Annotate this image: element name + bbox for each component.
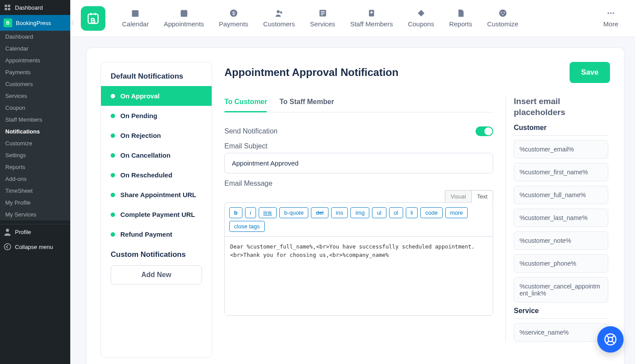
- main-panel: Default Notifications On Approval On Pen…: [86, 47, 624, 364]
- brand-logo: [81, 6, 105, 31]
- placeholder-customer-note[interactable]: %customer_note%: [514, 231, 608, 250]
- payments-icon: $: [229, 9, 238, 18]
- editor-tab-text[interactable]: Text: [471, 190, 493, 203]
- status-dot: [111, 114, 115, 118]
- wp-sub-appointments[interactable]: Appointments: [0, 54, 70, 66]
- svg-point-17: [613, 12, 614, 14]
- notif-on-rejection[interactable]: On Rejection: [101, 126, 212, 145]
- notif-on-approval[interactable]: On Approval: [101, 86, 212, 106]
- wp-dashboard-link[interactable]: Dashboard: [0, 0, 70, 15]
- wp-sub-staff[interactable]: Staff Members: [0, 114, 70, 126]
- nav-appointments[interactable]: Appointments: [158, 6, 210, 30]
- toolbar-italic-button[interactable]: i: [245, 207, 256, 218]
- placeholder-customer-phone[interactable]: %customer_phone%: [514, 254, 608, 273]
- status-dot: [111, 193, 115, 197]
- notif-item-label: On Approval: [120, 92, 159, 100]
- notif-share-url[interactable]: Share Appointment URL: [101, 185, 212, 205]
- wp-profile-link[interactable]: Profile: [0, 224, 70, 239]
- nav-more-label: More: [603, 20, 618, 28]
- editor-tab-visual[interactable]: Visual: [445, 190, 471, 203]
- nav-customize[interactable]: Customize: [481, 6, 524, 30]
- notif-on-rescheduled[interactable]: On Rescheduled: [101, 165, 212, 185]
- appointments-icon: [180, 9, 188, 18]
- help-fab[interactable]: [597, 326, 624, 353]
- nav-services-label: Services: [310, 20, 336, 28]
- email-body-textarea[interactable]: [225, 236, 493, 315]
- nav-customize-label: Customize: [487, 20, 518, 28]
- svg-point-11: [499, 10, 506, 17]
- tab-to-staff[interactable]: To Staff Member: [279, 96, 334, 112]
- toolbar-del-button[interactable]: del: [311, 207, 328, 218]
- nav-coupons[interactable]: Coupons: [402, 6, 440, 30]
- placeholder-customer-first-name[interactable]: %customer_first_name%: [514, 163, 608, 181]
- svg-rect-3: [180, 10, 187, 17]
- email-subject-label: Email Subject: [224, 142, 493, 150]
- notif-complete-payment-url[interactable]: Complete Payment URL: [101, 205, 212, 224]
- notif-item-label: Refund Payment: [120, 231, 172, 238]
- email-subject-input[interactable]: [224, 153, 493, 173]
- customers-icon: [275, 9, 284, 18]
- nav-reports[interactable]: Reports: [443, 6, 479, 30]
- placeholder-customer-cancel-link[interactable]: %customer_cancel_appointment_link%: [514, 277, 608, 303]
- notif-refund-payment[interactable]: Refund Payment: [101, 224, 212, 244]
- wp-sub-myservices[interactable]: My Services: [0, 209, 70, 220]
- toolbar-ul-button[interactable]: ul: [372, 207, 386, 218]
- status-dot: [111, 232, 115, 237]
- notif-on-cancellation[interactable]: On Cancellation: [101, 145, 212, 165]
- wp-collapse-link[interactable]: Collapse menu: [0, 239, 70, 254]
- toolbar-img-button[interactable]: img: [350, 207, 369, 218]
- nav-calendar[interactable]: Calendar: [116, 6, 155, 30]
- tab-to-customer[interactable]: To Customer: [224, 96, 267, 112]
- add-new-button[interactable]: Add New: [111, 265, 202, 285]
- svg-point-13: [504, 12, 505, 13]
- placeholder-customer-last-name[interactable]: %customer_last_name%: [514, 209, 608, 227]
- calendar-icon: [131, 9, 140, 18]
- nav-services[interactable]: Services: [304, 6, 342, 30]
- wp-sub-customers[interactable]: Customers: [0, 78, 70, 90]
- wp-sub-myprofile[interactable]: My Profile: [0, 197, 70, 209]
- wp-sub-reports[interactable]: Reports: [0, 161, 70, 173]
- toolbar-code-button[interactable]: code: [420, 207, 442, 218]
- wp-sub-dashboard[interactable]: Dashboard: [0, 31, 70, 43]
- wp-sub-calendar[interactable]: Calendar: [0, 43, 70, 54]
- toolbar-ol-button[interactable]: ol: [389, 207, 403, 218]
- wp-sub-notifications[interactable]: Notifications: [0, 126, 70, 137]
- placeholders-panel[interactable]: Insert email placeholders Customer %cust…: [505, 96, 610, 342]
- toolbar-li-button[interactable]: li: [406, 207, 418, 218]
- toolbar-more-button[interactable]: more: [445, 207, 468, 218]
- placeholder-service-name[interactable]: %service_name%: [514, 323, 608, 342]
- nav-customers[interactable]: Customers: [257, 6, 301, 30]
- toolbar-closetags-button[interactable]: close tags: [229, 221, 265, 232]
- notif-on-pending[interactable]: On Pending: [101, 106, 212, 126]
- wp-sub-addons[interactable]: Add-ons: [0, 173, 70, 185]
- placeholder-section-customer: Customer: [514, 124, 608, 136]
- toolbar-bold-button[interactable]: b: [229, 207, 242, 218]
- wp-sub-customize[interactable]: Customize: [0, 137, 70, 149]
- notification-list: Default Notifications On Approval On Pen…: [101, 62, 212, 358]
- placeholder-customer-email[interactable]: %customer_email%: [514, 140, 608, 159]
- nav-payments-label: Payments: [219, 20, 249, 28]
- wp-plugin-item[interactable]: B BookingPress: [0, 15, 70, 31]
- nav-appointments-label: Appointments: [164, 20, 204, 28]
- wp-plugin-label: BookingPress: [16, 20, 51, 26]
- toolbar-link-button[interactable]: link: [259, 207, 277, 218]
- nav-more[interactable]: More: [597, 6, 624, 30]
- wp-sub-coupon[interactable]: Coupon: [0, 102, 70, 114]
- nav-staff[interactable]: Staff Members: [344, 6, 399, 30]
- toolbar-ins-button[interactable]: ins: [331, 207, 348, 218]
- wp-sub-settings[interactable]: Settings: [0, 149, 70, 161]
- wp-sub-services[interactable]: Services: [0, 90, 70, 102]
- send-notification-toggle[interactable]: [476, 126, 493, 136]
- wp-sub-payments[interactable]: Payments: [0, 66, 70, 78]
- svg-point-6: [277, 10, 280, 13]
- send-notification-label: Send Notification: [224, 127, 278, 135]
- reports-icon: [456, 9, 465, 18]
- svg-point-10: [371, 11, 373, 14]
- email-message-label: Email Message: [224, 180, 493, 187]
- toolbar-bquote-button[interactable]: b-quote: [279, 207, 308, 218]
- wp-sub-timesheet[interactable]: TimeSheet: [0, 185, 70, 197]
- save-button[interactable]: Save: [570, 62, 610, 83]
- placeholder-customer-full-name[interactable]: %customer_full_name%: [514, 186, 608, 204]
- nav-payments[interactable]: $Payments: [213, 6, 255, 30]
- editor-box: b i link b-quote del ins img ul ol: [224, 202, 493, 316]
